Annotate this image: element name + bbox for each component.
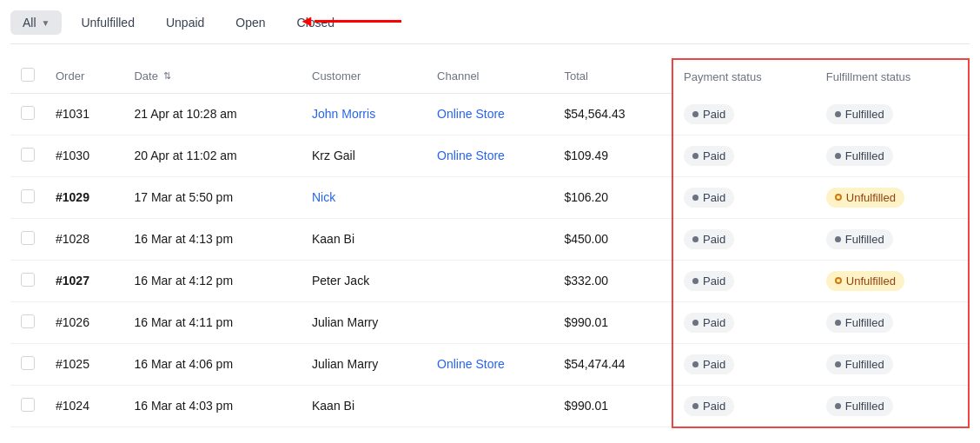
payment-status-dot — [692, 320, 699, 326]
order-fulfillment-status: Unfulfilled — [816, 260, 969, 301]
order-date: 16 Mar at 4:06 pm — [123, 343, 301, 385]
order-payment-status: Paid — [672, 385, 816, 427]
fulfillment-status-dot — [835, 320, 841, 326]
payment-status-badge: Paid — [684, 229, 734, 249]
order-total: $106.20 — [553, 176, 672, 218]
order-id[interactable]: #1028 — [45, 218, 123, 260]
order-id[interactable]: #1029 — [45, 176, 123, 218]
payment-status-badge: Paid — [684, 104, 734, 124]
row-checkbox[interactable] — [21, 356, 35, 370]
order-customer: Kaan Bi — [301, 385, 427, 427]
row-checkbox[interactable] — [21, 273, 35, 287]
row-checkbox-cell — [10, 94, 45, 136]
order-channel — [427, 260, 553, 301]
order-channel — [427, 301, 553, 343]
fulfillment-status-badge: Unfulfilled — [826, 271, 904, 291]
tab-closed[interactable]: Closed — [285, 10, 348, 35]
order-fulfillment-status: Fulfilled — [816, 385, 969, 427]
order-channel — [427, 218, 553, 260]
row-checkbox[interactable] — [21, 189, 35, 203]
fulfillment-status-dot — [835, 153, 841, 159]
order-total: $332.00 — [553, 260, 672, 301]
total-column-header: Total — [553, 59, 672, 94]
order-id[interactable]: #1027 — [45, 260, 123, 301]
customer-name: Krz Gail — [312, 149, 355, 162]
fulfillment-status-label: Unfulfilled — [846, 191, 896, 204]
row-checkbox[interactable] — [21, 314, 35, 328]
payment-status-dot — [692, 111, 699, 117]
order-id[interactable]: #1024 — [45, 385, 123, 427]
customer-name: Kaan Bi — [312, 399, 354, 413]
order-date: 16 Mar at 4:03 pm — [123, 385, 301, 427]
fulfillment-status-badge: Fulfilled — [826, 354, 893, 374]
payment-status-dot — [692, 361, 699, 367]
fulfillment-status-dot — [835, 361, 841, 367]
row-checkbox[interactable] — [21, 231, 35, 245]
order-channel[interactable]: Online Store — [427, 94, 553, 136]
tab-unfulfilled[interactable]: Unfulfilled — [69, 10, 146, 35]
order-channel[interactable]: Online Store — [427, 343, 553, 385]
order-id[interactable]: #1026 — [45, 301, 123, 343]
order-total: $54,474.44 — [553, 343, 672, 385]
payment-status-badge: Paid — [684, 271, 734, 291]
fulfillment-status-label: Fulfilled — [845, 400, 884, 413]
row-checkbox[interactable] — [21, 398, 35, 412]
channel-link[interactable]: Online Store — [437, 357, 505, 371]
tab-unpaid[interactable]: Unpaid — [154, 10, 216, 35]
payment-status-badge: Paid — [684, 188, 734, 208]
order-total: $990.01 — [553, 385, 672, 427]
date-column-header[interactable]: Date ⇅ — [123, 59, 301, 94]
order-channel[interactable]: Online Store — [427, 135, 553, 176]
channel-link[interactable]: Online Store — [437, 149, 505, 162]
order-customer: Julian Marry — [301, 301, 427, 343]
order-channel — [427, 385, 553, 427]
fulfillment-status-dot — [835, 403, 841, 409]
order-total: $54,564.43 — [553, 94, 672, 136]
customer-link[interactable]: John Morris — [312, 107, 375, 121]
row-checkbox-cell — [10, 260, 45, 301]
row-checkbox[interactable] — [21, 106, 35, 120]
payment-status-label: Paid — [703, 400, 725, 413]
fulfillment-status-badge: Fulfilled — [826, 146, 893, 166]
payment-status-label: Paid — [703, 316, 725, 329]
order-customer[interactable]: John Morris — [301, 94, 427, 136]
customer-name: Julian Marry — [312, 315, 378, 329]
order-payment-status: Paid — [672, 135, 816, 176]
order-id[interactable]: #1031 — [45, 94, 123, 136]
order-fulfillment-status: Fulfilled — [816, 343, 969, 385]
select-all-header[interactable] — [10, 59, 45, 94]
order-payment-status: Paid — [672, 176, 816, 218]
payment-status-badge: Paid — [684, 313, 734, 333]
payment-status-dot — [692, 278, 699, 284]
tab-all[interactable]: All ▼ — [10, 10, 62, 35]
channel-link[interactable]: Online Store — [437, 107, 505, 121]
select-all-checkbox[interactable] — [21, 68, 35, 82]
order-customer: Kaan Bi — [301, 218, 427, 260]
tab-open[interactable]: Open — [223, 10, 277, 35]
order-total: $109.49 — [553, 135, 672, 176]
sort-icon: ⇅ — [163, 70, 171, 82]
row-checkbox[interactable] — [21, 148, 35, 162]
order-id[interactable]: #1025 — [45, 343, 123, 385]
tab-unfulfilled-label: Unfulfilled — [81, 16, 134, 30]
order-date: 16 Mar at 4:11 pm — [123, 301, 301, 343]
row-checkbox-cell — [10, 218, 45, 260]
order-id[interactable]: #1030 — [45, 135, 123, 176]
order-customer[interactable]: Nick — [301, 176, 427, 218]
row-checkbox-cell — [10, 301, 45, 343]
fulfillment-status-dot — [835, 194, 842, 201]
customer-name: Peter Jack — [312, 274, 369, 288]
order-date: 20 Apr at 11:02 am — [123, 135, 301, 176]
order-channel — [427, 176, 553, 218]
order-fulfillment-status: Fulfilled — [816, 135, 969, 176]
tab-open-label: Open — [235, 16, 265, 30]
fulfillment-status-dot — [835, 111, 841, 117]
fulfillment-status-label: Fulfilled — [845, 358, 884, 371]
tab-closed-label: Closed — [297, 16, 335, 30]
channel-column-header: Channel — [427, 59, 553, 94]
fulfillment-status-label: Unfulfilled — [846, 274, 896, 288]
customer-link[interactable]: Nick — [312, 190, 335, 204]
customer-column-header: Customer — [301, 59, 427, 94]
payment-status-badge: Paid — [684, 354, 734, 374]
fulfillment-status-label: Fulfilled — [845, 316, 884, 329]
